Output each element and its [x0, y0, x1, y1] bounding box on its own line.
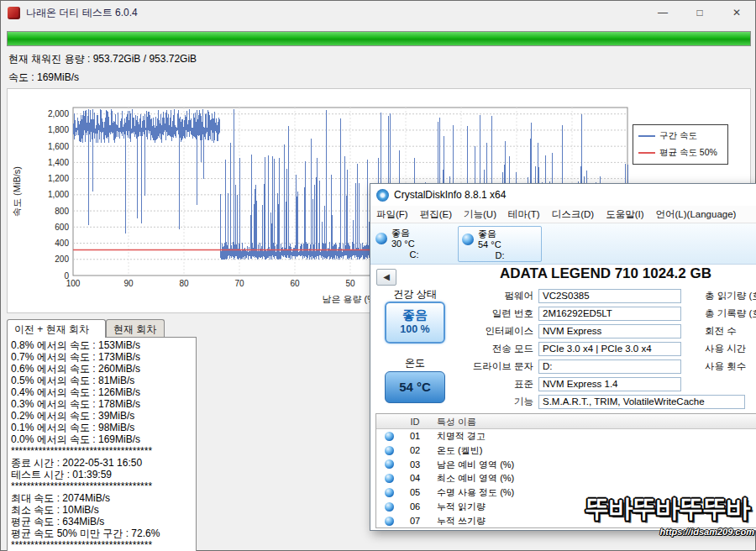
- result-line: 0.2% 에서의 속도 : 39MiB/s: [11, 410, 192, 422]
- health-status-button[interactable]: 좋음 100 %: [385, 302, 445, 344]
- result-line: 0.7% 에서의 속도 : 173MiB/s: [11, 351, 192, 363]
- smart-name: 남은 예비 영역 (%): [428, 458, 756, 472]
- drive-letter: D:: [462, 250, 538, 260]
- result-line: 0.0% 에서의 속도 : 169MiB/s: [11, 433, 192, 445]
- cdi-app-icon: [376, 189, 389, 202]
- menu-help[interactable]: 도움말(I): [600, 208, 649, 221]
- svg-text:1,800: 1,800: [48, 125, 69, 134]
- drive-status: 좋음: [478, 228, 501, 239]
- svg-text:200: 200: [55, 255, 69, 264]
- power-on-hours-label: 사용 시간: [705, 340, 756, 358]
- svg-text:60: 60: [290, 279, 300, 288]
- below-avg-line: 평균 속도 50% 미만 구간 : 72.6%: [11, 527, 192, 539]
- menu-theme[interactable]: 테마(T): [502, 208, 546, 221]
- rotation-rate-label: 회전 수: [705, 323, 756, 340]
- svg-text:400: 400: [55, 239, 69, 248]
- smart-attribute-row: 04 최소 예비 영역 (%): [376, 471, 756, 485]
- drive-tile-d-selected[interactable]: 좋음 54 °C D:: [458, 226, 542, 262]
- menu-disk[interactable]: 디스크(D): [546, 208, 600, 221]
- field-value: NVM Express 1.4: [538, 377, 681, 391]
- host-totals-column: 총 읽기량 (호스트) 총 기록량 (호스트) 회전 수 사용 시간 사용 횟수: [705, 287, 756, 375]
- tab-previous-plus-current-round[interactable]: 이전 + 현재 회차: [7, 319, 106, 338]
- svg-text:90: 90: [123, 279, 134, 288]
- field-label: 인터페이스: [451, 325, 538, 338]
- smart-id: 03: [402, 458, 428, 472]
- svg-text:2,000: 2,000: [48, 109, 69, 118]
- field-value: D:: [538, 359, 681, 374]
- svg-text:80: 80: [179, 279, 189, 288]
- svg-text:100: 100: [66, 279, 81, 288]
- attribute-status-ball-icon: [385, 517, 394, 526]
- status-column-header: [376, 414, 402, 428]
- screen: 나래온 더티 테스트 6.0.4 — □ ✕ 현재 채워진 용량 : 953.7…: [0, 0, 756, 551]
- total-writes-label: 총 기록량 (호스트): [705, 305, 756, 323]
- drive-model-title: ADATA LEGEND 710 1024.2 GB: [404, 265, 756, 282]
- min-speed-line: 최소 속도 : 10MiB/s: [11, 504, 192, 516]
- separator-line: ************************************: [11, 539, 192, 551]
- smart-attribute-row: 02 온도 (켈빈): [376, 443, 756, 458]
- field-label: 기능: [451, 396, 538, 408]
- max-speed-line: 최대 속도 : 2074MiB/s: [11, 492, 192, 504]
- svg-text:1,600: 1,600: [48, 142, 69, 151]
- smart-id: 05: [402, 485, 428, 500]
- legend-item-average-speed: 평균 속도 50%: [638, 147, 722, 159]
- cdi-drive-bar: 좋음 30 °C C: 좋음 54 °C D:: [370, 223, 756, 265]
- close-button[interactable]: ✕: [718, 1, 755, 24]
- avg-speed-line: 평균 속도 : 634MiB/s: [11, 516, 192, 527]
- maximize-button[interactable]: □: [681, 1, 718, 24]
- field-value: PCIe 3.0 x4 | PCIe 3.0 x4: [538, 342, 681, 356]
- cdi-window-title: CrystalDiskInfo 8.8.1 x64: [394, 189, 506, 201]
- menu-file[interactable]: 파일(F): [370, 208, 414, 221]
- info-row-firmware: 펌웨어 VC2S0385: [451, 287, 745, 305]
- smart-id: 07: [402, 514, 428, 528]
- drive-tile-c[interactable]: 좋음 30 °C C:: [372, 226, 456, 262]
- temperature-button[interactable]: 54 °C: [385, 371, 445, 403]
- smart-id: 04: [402, 471, 428, 485]
- watermark: 뚜바뚜바뚜뚜바 https://idsam209.com: [578, 492, 756, 537]
- drive-letter: C:: [375, 249, 453, 260]
- drive-temperature: 54 °C: [478, 239, 501, 250]
- temperature-label: 온도: [379, 356, 451, 370]
- drive-health-ball-icon: [462, 234, 474, 245]
- total-reads-label: 총 읽기량 (호스트): [705, 287, 756, 305]
- info-row-serial: 일련 번호 2M16292ED5LT: [451, 305, 745, 323]
- svg-text:70: 70: [234, 279, 244, 288]
- info-row-interface: 인터페이스 NVM Express: [451, 323, 745, 340]
- menu-edit[interactable]: 편집(E): [414, 208, 458, 221]
- smart-attribute-row: 03 남은 예비 영역 (%): [376, 458, 756, 472]
- smart-id: 06: [402, 500, 428, 514]
- info-row-standard: 표준 NVM Express 1.4: [451, 375, 745, 393]
- previous-drive-button[interactable]: ◀: [376, 269, 396, 286]
- attribute-status-ball-icon: [385, 474, 394, 483]
- menu-function[interactable]: 기능(U): [458, 208, 502, 221]
- id-column-header: ID: [402, 414, 428, 428]
- menu-language[interactable]: 언어(L)(Language): [650, 208, 743, 221]
- attribute-status-ball-icon: [385, 502, 394, 512]
- attribute-status-ball-icon: [385, 432, 394, 441]
- fill-progress-bar: [7, 31, 751, 46]
- attribute-status-ball-icon: [385, 488, 394, 497]
- smart-id: 02: [402, 443, 428, 458]
- field-label: 드라이브 문자: [451, 360, 538, 373]
- app-icon: [8, 7, 20, 19]
- minimize-button[interactable]: —: [644, 1, 681, 24]
- result-line: 0.3% 에서의 속도 : 178MiB/s: [11, 398, 192, 410]
- smart-name: 치명적 경고: [428, 429, 756, 443]
- legend-label: 평균 속도 50%: [659, 147, 717, 159]
- field-value: S.M.A.R.T., TRIM, VolatileWriteCache: [538, 395, 745, 409]
- legend-label: 구간 속도: [659, 130, 697, 142]
- svg-text:1,000: 1,000: [48, 190, 69, 199]
- tab-current-round[interactable]: 현재 회차: [106, 319, 165, 337]
- info-row-features: 기능 S.M.A.R.T., TRIM, VolatileWriteCache: [451, 393, 745, 411]
- field-label: 펌웨어: [451, 290, 538, 302]
- main-window-title: 나래온 더티 테스트 6.0.4: [26, 6, 138, 20]
- watermark-url: https://idsam209.com: [578, 527, 756, 537]
- smart-attribute-row: 01 치명적 경고: [376, 429, 756, 443]
- cdi-titlebar[interactable]: CrystalDiskInfo 8.8.1 x64: [370, 184, 756, 206]
- result-line: 0.4% 에서의 속도 : 126MiB/s: [11, 386, 192, 398]
- field-label: 전송 모드: [451, 343, 538, 355]
- smart-id: 01: [402, 429, 428, 443]
- field-label: 표준: [451, 378, 538, 391]
- result-line: 0.5% 에서의 속도 : 81MiB/s: [11, 375, 192, 386]
- main-titlebar[interactable]: 나래온 더티 테스트 6.0.4 — □ ✕: [1, 1, 755, 24]
